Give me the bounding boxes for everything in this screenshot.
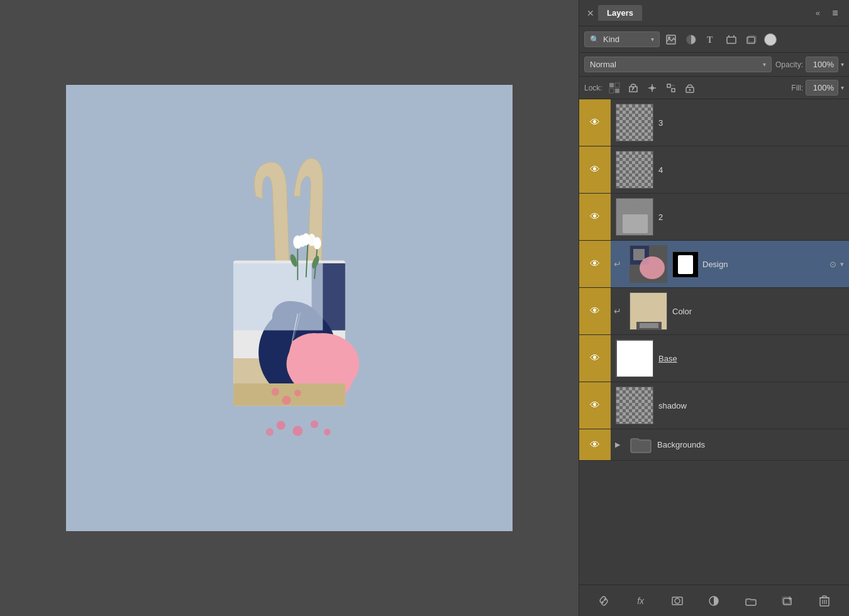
smart-object-icon-design[interactable]: ⊙ [830,260,836,269]
filter-image-button[interactable] [663,32,679,47]
layer-name-3: 3 [658,118,849,128]
filter-icons: T [663,32,777,47]
eye-icon-3: 👁 [590,117,600,128]
canvas-area [0,0,579,616]
opacity-section: Opacity: 100% ▾ [775,57,844,72]
layer-visibility-color[interactable]: 👁 [579,288,611,334]
svg-point-12 [272,388,279,395]
svg-point-24 [308,234,315,246]
layer-row-shadow[interactable]: 👁 shadow [579,382,849,429]
svg-rect-57 [678,255,693,274]
blend-mode-arrow: ▾ [763,61,766,68]
opacity-label: Opacity: [775,60,803,69]
svg-point-7 [277,421,286,430]
layer-row-base[interactable]: 👁 Base [579,335,849,382]
new-adjustment-button[interactable] [704,591,724,611]
fx-label: fx [637,596,644,606]
filter-type-button[interactable]: T [704,32,719,47]
svg-point-8 [292,426,302,436]
layer-effects-button[interactable]: fx [631,591,651,611]
svg-point-29 [668,36,670,39]
layer-thumb-design [630,245,667,283]
lock-fill-row: Lock: [579,77,849,99]
svg-point-13 [282,396,291,405]
svg-point-14 [294,390,301,397]
svg-rect-51 [623,214,648,233]
layers-panel: ✕ Layers « ≡ 🔍 Kind ▾ [579,0,849,616]
layer-options-arrow-design[interactable]: ▾ [840,260,844,268]
svg-rect-39 [609,89,614,93]
layer-visibility-base[interactable]: 👁 [579,335,611,382]
filter-circle-button[interactable] [764,33,777,46]
eye-icon-color: 👁 [590,305,600,317]
layer-visibility-shadow[interactable]: 👁 [579,382,611,429]
add-mask-button[interactable] [667,591,687,611]
lock-pixels-button[interactable] [608,81,621,95]
layer-link-arrow-color: ↵ [611,306,624,316]
eye-icon-base: 👁 [590,353,600,364]
svg-point-23 [298,235,306,248]
delete-layer-button[interactable] [814,591,835,611]
group-name-backgrounds: Backgrounds [657,440,849,449]
filter-bar: 🔍 Kind ▾ [579,26,849,53]
new-layer-button[interactable] [777,591,797,611]
layer-row-2[interactable]: 👁 2 [579,194,849,241]
layers-tab[interactable]: Layers [598,5,642,21]
lock-label: Lock: [584,84,602,92]
panel-menu-button[interactable]: ≡ [828,8,843,19]
filter-adjustment-button[interactable] [684,32,699,47]
filter-smart-button[interactable] [744,32,759,47]
layer-thumb-base [616,339,653,377]
new-group-button[interactable] [741,591,761,611]
group-visibility-backgrounds[interactable]: 👁 [579,429,611,460]
lock-image-button[interactable] [626,81,640,95]
group-row-backgrounds[interactable]: 👁 ▶ Backgrounds [579,429,849,461]
group-thumb-backgrounds [630,434,652,456]
layer-name-color: Color [672,307,849,316]
fill-section: Fill: 100% ▾ [791,80,844,96]
layer-row-color[interactable]: 👁 ↵ Color [579,288,849,335]
svg-rect-38 [615,83,619,87]
layer-visibility-design[interactable]: 👁 [579,241,611,287]
svg-point-9 [311,421,318,428]
svg-point-49 [689,89,691,91]
svg-rect-59 [640,323,658,328]
svg-rect-46 [672,89,675,92]
eye-icon-design: 👁 [590,258,600,270]
layer-row-design[interactable]: 👁 ↵ Design ⊙ [579,241,849,288]
layer-name-4: 4 [658,165,849,175]
close-button[interactable]: ✕ [585,8,596,18]
layer-visibility-2[interactable]: 👁 [579,194,611,240]
svg-point-10 [324,429,331,436]
link-layers-button[interactable] [594,591,614,611]
blend-mode-dropdown[interactable]: Normal ▾ [584,57,772,72]
layer-name-design: Design [702,260,830,269]
eye-icon-shadow: 👁 [590,400,600,411]
filter-shape-button[interactable] [724,32,739,47]
layer-name-shadow: shadow [658,401,849,410]
layer-row-4[interactable]: 👁 4 [579,146,849,194]
fill-label: Fill: [791,84,803,92]
lock-artboard-button[interactable] [664,81,678,95]
kind-dropdown[interactable]: 🔍 Kind ▾ [584,31,660,47]
layer-visibility-4[interactable]: 👁 [579,146,611,193]
fill-arrow[interactable]: ▾ [841,84,844,91]
mask-thumb-design [672,251,697,277]
svg-rect-45 [667,84,670,87]
svg-rect-5 [233,263,323,331]
group-expand-backgrounds[interactable]: ▶ [611,441,624,449]
panel-titlebar-left: ✕ Layers [585,5,642,21]
layer-thumb-4 [616,151,653,189]
fill-value[interactable]: 100% [806,80,838,96]
opacity-arrow[interactable]: ▾ [841,61,844,68]
svg-point-41 [632,87,634,89]
layer-row-3[interactable]: 👁 3 [579,99,849,146]
lock-position-button[interactable] [645,81,659,95]
search-icon: 🔍 [590,35,599,44]
layer-visibility-3[interactable]: 👁 [579,99,611,146]
kind-label: Kind [603,35,647,44]
collapse-button[interactable]: « [816,8,820,18]
layer-thumb-shadow [616,387,653,424]
opacity-value[interactable]: 100% [806,57,838,72]
lock-all-button[interactable] [683,81,697,95]
